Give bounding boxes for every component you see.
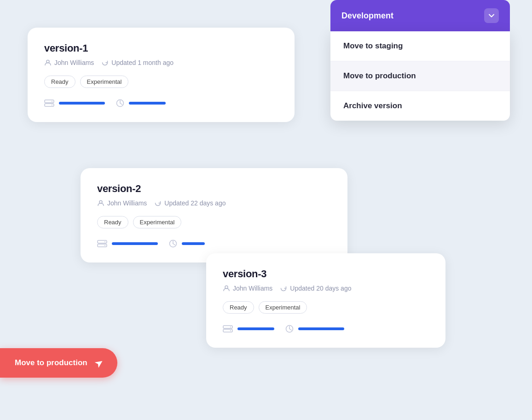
card-2-metrics (97, 239, 331, 248)
version-card-1: version-1 John Williams Updated 1 month … (28, 28, 295, 122)
dropdown-header-title: Development (341, 11, 393, 21)
dropdown-arrow-icon[interactable] (484, 8, 499, 23)
card-2-updated-meta: Updated 22 days ago (154, 199, 226, 207)
card-1-author: John Williams (54, 59, 94, 66)
refresh-icon (101, 59, 109, 66)
svg-point-4 (52, 105, 52, 105)
card-2-updated: Updated 22 days ago (164, 199, 226, 207)
chart-icon (116, 99, 124, 107)
arrow-icon: ➤ (92, 356, 105, 369)
card-2-metric-2 (169, 239, 205, 248)
refresh-icon-2 (154, 199, 162, 207)
svg-point-3 (52, 101, 52, 102)
version-card-3: version-3 John Williams Updated 20 days … (206, 253, 445, 348)
card-2-author-meta: John Williams (97, 199, 147, 207)
card-3-author: John Williams (233, 285, 272, 292)
user-icon-2 (97, 199, 104, 207)
svg-point-12 (225, 286, 228, 289)
card-1-tag-experimental: Experimental (80, 76, 129, 88)
refresh-icon-3 (280, 285, 287, 292)
card-1-updated-meta: Updated 1 month ago (101, 59, 173, 66)
dropdown-item-staging[interactable]: Move to staging (330, 31, 510, 61)
dropdown-item-production[interactable]: Move to production (330, 61, 510, 91)
card-2-tag-experimental: Experimental (133, 216, 182, 228)
tooltip-label: Move to production (15, 358, 87, 368)
svg-point-10 (104, 245, 105, 246)
card-3-tag-experimental: Experimental (259, 301, 307, 314)
svg-point-9 (104, 241, 105, 242)
dropdown-menu: Move to staging Move to production Archi… (330, 31, 510, 121)
server-icon (44, 99, 54, 107)
card-2-bar-1 (112, 242, 158, 245)
server-icon-3 (223, 325, 233, 332)
user-icon (44, 59, 52, 66)
card-1-meta: John Williams Updated 1 month ago (44, 59, 278, 66)
card-3-author-meta: John Williams (223, 285, 272, 292)
dropdown-header[interactable]: Development (330, 0, 510, 31)
card-3-metric-2 (285, 325, 344, 333)
card-2-tag-ready: Ready (97, 216, 128, 228)
card-1-author-meta: John Williams (44, 59, 94, 66)
svg-point-15 (230, 327, 231, 327)
card-1-metric-2 (116, 99, 166, 107)
card-3-meta: John Williams Updated 20 days ago (223, 285, 429, 292)
card-3-title: version-3 (223, 268, 429, 280)
card-3-bar-2 (298, 327, 344, 330)
card-1-updated: Updated 1 month ago (111, 59, 173, 66)
card-1-bar-1 (59, 102, 105, 105)
chart-icon-3 (285, 325, 294, 333)
svg-point-0 (46, 60, 49, 63)
move-to-production-tooltip[interactable]: Move to production ➤ (0, 348, 117, 378)
card-3-tags: Ready Experimental (223, 301, 429, 314)
version-card-2: version-2 John Williams Updated 22 days … (81, 168, 347, 262)
card-2-title: version-2 (97, 183, 331, 195)
card-2-tags: Ready Experimental (97, 216, 331, 228)
dropdown-container: Development Move to staging Move to prod… (330, 0, 510, 121)
card-3-metric-1 (223, 325, 274, 332)
user-icon-3 (223, 285, 230, 292)
card-3-metrics (223, 325, 429, 333)
card-1-metric-1 (44, 99, 105, 107)
dropdown-item-archive[interactable]: Archive version (330, 91, 510, 121)
card-3-tag-ready: Ready (223, 301, 254, 314)
card-3-bar-1 (237, 327, 274, 330)
card-1-tags: Ready Experimental (44, 76, 278, 88)
chart-icon-2 (169, 239, 177, 248)
card-1-bar-2 (129, 102, 166, 105)
card-1-tag-ready: Ready (44, 76, 75, 88)
card-3-updated: Updated 20 days ago (290, 285, 351, 292)
server-icon-2 (97, 240, 107, 247)
card-1-metrics (44, 99, 278, 107)
card-2-metric-1 (97, 240, 158, 247)
card-1-title: version-1 (44, 42, 278, 54)
card-3-updated-meta: Updated 20 days ago (280, 285, 351, 292)
svg-point-16 (230, 330, 231, 331)
card-2-meta: John Williams Updated 22 days ago (97, 199, 331, 207)
svg-point-6 (99, 201, 102, 204)
card-2-bar-2 (182, 242, 205, 245)
card-2-author: John Williams (107, 199, 147, 207)
